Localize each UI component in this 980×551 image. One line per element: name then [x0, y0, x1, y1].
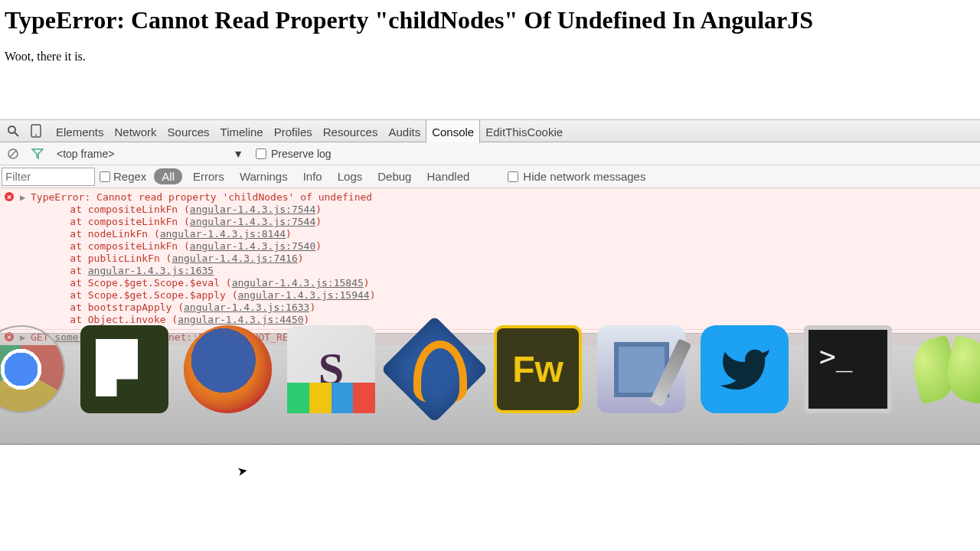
preserve-log-input[interactable]: [256, 148, 266, 159]
dock-app-fireworks[interactable]: Fw: [494, 325, 582, 413]
expand-caret-icon[interactable]: ▶: [20, 191, 25, 204]
tab-profiles[interactable]: Profiles: [269, 120, 318, 143]
tab-sources[interactable]: Sources: [162, 120, 215, 143]
frame-selector-label: <top frame>: [57, 148, 115, 160]
search-icon[interactable]: [5, 122, 21, 139]
stack-source-link[interactable]: angular-1.4.3.js:1635: [88, 265, 214, 276]
page-body: Woot, there it is.: [5, 50, 975, 64]
dock-app-camtasia[interactable]: [80, 325, 168, 413]
stack-source-link[interactable]: angular-1.4.3.js:7544: [190, 216, 315, 227]
console-filterbar: Regex AllErrorsWarningsInfoLogsDebugHand…: [0, 165, 980, 188]
error-message: TypeError: Cannot read property 'childNo…: [31, 191, 977, 204]
stack-frame: at publicLinkFn (angular-1.4.3.js:7416): [46, 253, 977, 265]
error-icon: [5, 192, 14, 201]
dock-app-chrome[interactable]: rome: [0, 325, 65, 413]
tab-resources[interactable]: Resources: [318, 120, 384, 143]
svg-line-1: [15, 132, 18, 136]
dock-app-slack[interactable]: S: [287, 325, 375, 413]
stack-frame: at angular-1.4.3.js:1635: [46, 265, 977, 277]
filter-level-debug[interactable]: Debug: [370, 170, 419, 183]
dock-app-firefox[interactable]: [184, 325, 272, 413]
tab-timeline[interactable]: Timeline: [215, 120, 269, 143]
dock-app-terminal[interactable]: >_: [804, 325, 892, 413]
stack-frame: at Scope.$get.Scope.$apply (angular-1.4.…: [46, 289, 977, 302]
frame-selector[interactable]: <top frame> ▼: [57, 148, 248, 160]
filter-input[interactable]: [2, 168, 95, 186]
stack-source-link[interactable]: angular-1.4.3.js:15845: [232, 277, 364, 289]
dock-app-coda[interactable]: [390, 325, 479, 413]
stack-source-link[interactable]: angular-1.4.3.js:15944: [237, 289, 369, 301]
svg-point-3: [35, 135, 37, 136]
preserve-log-label: Preserve log: [271, 148, 332, 160]
svg-point-0: [8, 126, 15, 133]
stack-source-link[interactable]: angular-1.4.3.js:7540: [190, 240, 315, 252]
clear-console-icon[interactable]: [5, 145, 21, 162]
dock-app-leaf[interactable]: [907, 325, 980, 413]
tab-elements[interactable]: Elements: [51, 120, 109, 143]
hide-network-checkbox[interactable]: Hide network messages: [508, 170, 645, 183]
filter-level-logs[interactable]: Logs: [330, 170, 371, 183]
preserve-log-checkbox[interactable]: Preserve log: [256, 148, 332, 160]
hide-network-input[interactable]: [508, 171, 518, 182]
filter-level-info[interactable]: Info: [296, 170, 330, 183]
cursor-icon: ➤: [236, 463, 248, 479]
tab-audits[interactable]: Audits: [383, 120, 426, 143]
tab-editthiscookie[interactable]: EditThisCookie: [480, 120, 568, 143]
filter-level-warnings[interactable]: Warnings: [232, 170, 296, 183]
device-icon[interactable]: [28, 122, 44, 139]
regex-input[interactable]: [100, 171, 110, 182]
stack-frame: at compositeLinkFn (angular-1.4.3.js:754…: [46, 216, 977, 228]
filter-level-handled[interactable]: Handled: [419, 170, 477, 183]
tab-network[interactable]: Network: [109, 120, 162, 143]
regex-checkbox[interactable]: Regex: [100, 170, 146, 183]
twitter-bird-icon: [718, 343, 772, 396]
chevron-down-icon: ▼: [233, 148, 243, 160]
dock-app-twitter[interactable]: [701, 325, 789, 413]
stack-frame: at compositeLinkFn (angular-1.4.3.js:754…: [46, 204, 977, 216]
stack-frame: at nodeLinkFn (angular-1.4.3.js:8144): [46, 228, 977, 240]
stack-frame: at Scope.$get.Scope.$eval (angular-1.4.3…: [46, 277, 977, 289]
stack-source-link[interactable]: angular-1.4.3.js:8144: [160, 228, 286, 240]
stack-frame: at compositeLinkFn (angular-1.4.3.js:754…: [46, 240, 977, 253]
page-title: TypeError: Cannot Read Property "childNo…: [5, 6, 975, 34]
console-subbar: <top frame> ▼ Preserve log: [0, 142, 980, 165]
macos-dock: rome S Fw >_: [0, 302, 980, 448]
stack-source-link[interactable]: angular-1.4.3.js:7544: [190, 204, 315, 215]
filter-level-errors[interactable]: Errors: [185, 170, 232, 183]
regex-label: Regex: [113, 170, 146, 183]
hide-network-label: Hide network messages: [523, 170, 645, 183]
filter-icon[interactable]: [29, 145, 46, 162]
filter-level-all[interactable]: All: [154, 168, 182, 184]
stack-source-link[interactable]: angular-1.4.3.js:7416: [172, 253, 297, 264]
devtools-toolbar: ElementsNetworkSourcesTimelineProfilesRe…: [0, 119, 980, 142]
svg-line-5: [10, 151, 16, 157]
dock-app-xcode[interactable]: [597, 325, 685, 413]
tab-console[interactable]: Console: [426, 120, 480, 143]
